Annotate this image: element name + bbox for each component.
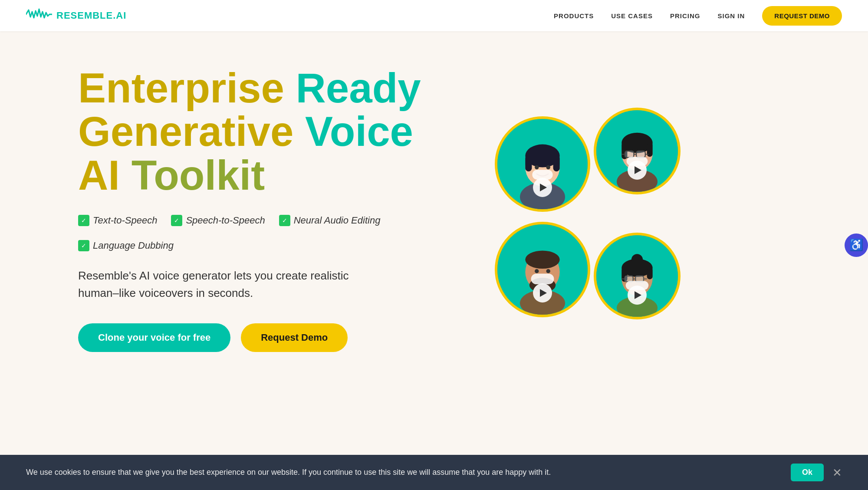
title-ready: Ready bbox=[296, 65, 421, 111]
avatar-2[interactable] bbox=[594, 108, 681, 194]
clone-voice-button[interactable]: Clone your voice for free bbox=[78, 323, 230, 352]
play-button-4[interactable] bbox=[628, 286, 647, 305]
check-icon-sts: ✓ bbox=[171, 215, 182, 226]
play-icon-1 bbox=[540, 184, 547, 191]
feature-tts: ✓ Text-to-Speech bbox=[78, 215, 157, 226]
svg-point-8 bbox=[546, 165, 550, 169]
check-icon-nae: ✓ bbox=[279, 215, 290, 226]
avatar-grid bbox=[469, 99, 694, 319]
svg-rect-5 bbox=[525, 155, 532, 171]
cookie-message: We use cookies to ensure that we give yo… bbox=[26, 467, 778, 478]
logo-text: RESEMBLE.AI bbox=[56, 10, 126, 21]
title-generative: Generative bbox=[78, 108, 293, 155]
logo[interactable]: RESEMBLE.AI bbox=[26, 7, 126, 24]
nav-products[interactable]: PRODUCTS bbox=[554, 12, 594, 20]
hero-buttons: Clone your voice for free Request Demo bbox=[78, 323, 469, 352]
play-button-2[interactable] bbox=[628, 161, 647, 180]
play-button-1[interactable] bbox=[533, 178, 552, 197]
hero-section: Enterprise Ready Generative Voice AI Too… bbox=[0, 31, 868, 387]
svg-rect-6 bbox=[553, 155, 560, 171]
svg-rect-41 bbox=[635, 276, 644, 282]
nav-pricing[interactable]: PRICING bbox=[670, 12, 700, 20]
svg-rect-40 bbox=[625, 276, 633, 282]
cookie-close-button[interactable]: ✕ bbox=[832, 467, 842, 478]
hero-description: Resemble's AI voice generator lets you c… bbox=[78, 267, 382, 302]
play-icon-3 bbox=[540, 289, 547, 297]
feature-sts: ✓ Speech-to-Speech bbox=[171, 215, 265, 226]
play-button-3[interactable] bbox=[533, 283, 552, 303]
avatar-3[interactable] bbox=[495, 222, 590, 317]
svg-point-30 bbox=[546, 269, 550, 273]
request-demo-button[interactable]: Request Demo bbox=[241, 323, 348, 352]
svg-point-29 bbox=[535, 269, 539, 273]
navbar: RESEMBLE.AI PRODUCTS USE CASES PRICING S… bbox=[0, 0, 868, 31]
title-voice: Voice bbox=[305, 108, 413, 155]
feature-tts-label: Text-to-Speech bbox=[93, 215, 157, 226]
cookie-banner: We use cookies to ensure that we give yo… bbox=[0, 455, 868, 490]
logo-wave-icon bbox=[26, 7, 52, 24]
play-icon-2 bbox=[635, 166, 641, 174]
hero-title: Enterprise Ready Generative Voice AI Too… bbox=[78, 66, 469, 197]
nav-links: PRODUCTS USE CASES PRICING SIGN IN REQUE… bbox=[554, 6, 842, 26]
feature-nae-label: Neural Audio Editing bbox=[294, 215, 381, 226]
accessibility-button[interactable]: ♿ bbox=[845, 233, 868, 257]
avatar-4[interactable] bbox=[594, 233, 681, 319]
feature-ld-label: Language Dubbing bbox=[93, 240, 174, 251]
svg-point-37 bbox=[631, 254, 643, 265]
svg-rect-39 bbox=[647, 267, 653, 279]
cookie-ok-button[interactable]: Ok bbox=[791, 464, 824, 481]
feature-sts-label: Speech-to-Speech bbox=[186, 215, 265, 226]
svg-rect-17 bbox=[625, 151, 634, 158]
svg-point-27 bbox=[525, 251, 559, 269]
accessibility-icon: ♿ bbox=[849, 238, 863, 252]
play-icon-4 bbox=[635, 291, 641, 299]
svg-rect-18 bbox=[636, 151, 645, 158]
title-enterprise: Enterprise bbox=[78, 65, 284, 111]
nav-use-cases[interactable]: USE CASES bbox=[611, 12, 653, 20]
features-row: ✓ Text-to-Speech ✓ Speech-to-Speech ✓ Ne… bbox=[78, 215, 469, 251]
feature-nae: ✓ Neural Audio Editing bbox=[279, 215, 381, 226]
avatar-1[interactable] bbox=[495, 116, 590, 212]
hero-content: Enterprise Ready Generative Voice AI Too… bbox=[78, 66, 469, 352]
nav-request-demo-button[interactable]: REQUEST DEMO bbox=[762, 6, 842, 26]
nav-sign-in[interactable]: SIGN IN bbox=[717, 12, 745, 20]
feature-ld: ✓ Language Dubbing bbox=[78, 240, 174, 251]
svg-rect-31 bbox=[531, 273, 554, 284]
title-toolkit: Toolkit bbox=[132, 152, 265, 198]
title-ai: AI bbox=[78, 152, 120, 198]
svg-point-7 bbox=[535, 165, 539, 169]
check-icon-tts: ✓ bbox=[78, 215, 89, 226]
check-icon-ld: ✓ bbox=[78, 240, 89, 251]
